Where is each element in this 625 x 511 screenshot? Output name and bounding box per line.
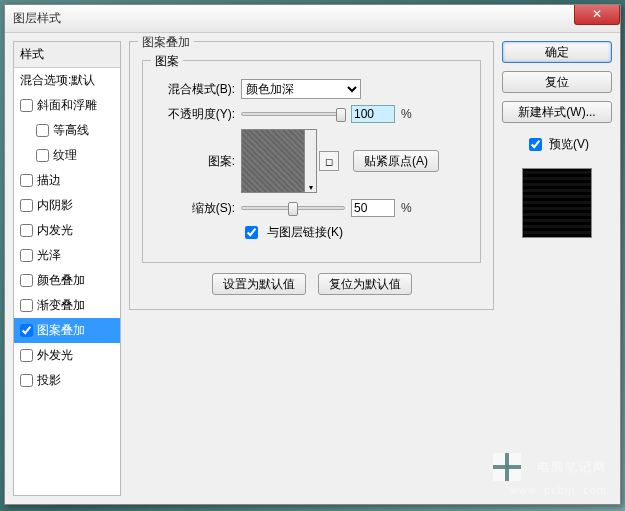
style-label: 斜面和浮雕 — [37, 97, 97, 114]
reset-default-button[interactable]: 复位为默认值 — [318, 273, 412, 295]
style-item-2[interactable]: 纹理 — [14, 143, 120, 168]
style-checkbox[interactable] — [20, 349, 33, 362]
style-item-6[interactable]: 光泽 — [14, 243, 120, 268]
pattern-legend: 图案 — [151, 53, 183, 70]
styles-header: 样式 — [14, 42, 120, 68]
style-item-0[interactable]: 斜面和浮雕 — [14, 93, 120, 118]
style-checkbox[interactable] — [20, 249, 33, 262]
ok-button[interactable]: 确定 — [502, 41, 612, 63]
style-label: 渐变叠加 — [37, 297, 85, 314]
blend-mode-label: 混合模式(B): — [155, 81, 235, 98]
preview-thumbnail — [522, 168, 592, 238]
style-item-10[interactable]: 外发光 — [14, 343, 120, 368]
preview-label: 预览(V) — [549, 136, 589, 153]
pattern-overlay-group: 图案叠加 图案 混合模式(B): 颜色加深 不透明度(Y): — [129, 41, 494, 310]
style-checkbox[interactable] — [20, 174, 33, 187]
style-item-8[interactable]: 渐变叠加 — [14, 293, 120, 318]
style-label: 投影 — [37, 372, 61, 389]
link-with-layer-checkbox[interactable] — [245, 226, 258, 239]
set-default-button[interactable]: 设置为默认值 — [212, 273, 306, 295]
close-button[interactable]: ✕ — [574, 5, 620, 25]
style-item-3[interactable]: 描边 — [14, 168, 120, 193]
snap-origin-button[interactable]: 贴紧原点(A) — [353, 150, 439, 172]
style-label: 内阴影 — [37, 197, 73, 214]
style-label: 外发光 — [37, 347, 73, 364]
titlebar[interactable]: 图层样式 ✕ — [5, 5, 620, 33]
style-item-4[interactable]: 内阴影 — [14, 193, 120, 218]
reset-button[interactable]: 复位 — [502, 71, 612, 93]
pattern-label: 图案: — [155, 129, 235, 170]
opacity-slider[interactable] — [241, 112, 345, 116]
scale-label: 缩放(S): — [155, 200, 235, 217]
style-label: 纹理 — [53, 147, 77, 164]
style-checkbox[interactable] — [36, 124, 49, 137]
blend-mode-select[interactable]: 颜色加深 — [241, 79, 361, 99]
opacity-slider-thumb[interactable] — [336, 108, 346, 122]
style-checkbox[interactable] — [20, 199, 33, 212]
style-checkbox[interactable] — [20, 99, 33, 112]
scale-pct: % — [401, 201, 412, 215]
style-label: 等高线 — [53, 122, 89, 139]
style-checkbox[interactable] — [20, 224, 33, 237]
new-preset-icon[interactable]: ◻ — [319, 151, 339, 171]
style-label: 内发光 — [37, 222, 73, 239]
dialog-content: 样式 混合选项:默认 斜面和浮雕等高线纹理描边内阴影内发光光泽颜色叠加渐变叠加图… — [5, 33, 620, 504]
scale-slider[interactable] — [241, 206, 345, 210]
style-label: 光泽 — [37, 247, 61, 264]
blend-options-label: 混合选项:默认 — [20, 72, 95, 89]
style-checkbox[interactable] — [20, 374, 33, 387]
styles-list-panel: 样式 混合选项:默认 斜面和浮雕等高线纹理描边内阴影内发光光泽颜色叠加渐变叠加图… — [13, 41, 121, 496]
pattern-group: 图案 混合模式(B): 颜色加深 不透明度(Y): % — [142, 60, 481, 263]
opacity-input[interactable] — [351, 105, 395, 123]
opacity-label: 不透明度(Y): — [155, 106, 235, 123]
group-title: 图案叠加 — [138, 34, 194, 51]
settings-panel: 图案叠加 图案 混合模式(B): 颜色加深 不透明度(Y): — [129, 41, 494, 496]
new-style-button[interactable]: 新建样式(W)... — [502, 101, 612, 123]
style-checkbox[interactable] — [20, 274, 33, 287]
window-title: 图层样式 — [13, 10, 61, 27]
pattern-swatch[interactable] — [241, 129, 305, 193]
scale-input[interactable] — [351, 199, 395, 217]
action-panel: 确定 复位 新建样式(W)... 预览(V) — [502, 41, 612, 496]
style-item-1[interactable]: 等高线 — [14, 118, 120, 143]
preview-checkbox[interactable] — [529, 138, 542, 151]
style-item-5[interactable]: 内发光 — [14, 218, 120, 243]
style-item-9[interactable]: 图案叠加 — [14, 318, 120, 343]
style-checkbox[interactable] — [36, 149, 49, 162]
style-label: 图案叠加 — [37, 322, 85, 339]
style-checkbox[interactable] — [20, 324, 33, 337]
style-checkbox[interactable] — [20, 299, 33, 312]
style-label: 颜色叠加 — [37, 272, 85, 289]
style-item-11[interactable]: 投影 — [14, 368, 120, 393]
pattern-picker-arrow[interactable]: ▾ — [305, 129, 317, 193]
layer-style-dialog: 图层样式 ✕ 样式 混合选项:默认 斜面和浮雕等高线纹理描边内阴影内发光光泽颜色… — [4, 4, 621, 505]
blend-options-item[interactable]: 混合选项:默认 — [14, 68, 120, 93]
scale-slider-thumb[interactable] — [288, 202, 298, 216]
link-with-layer-label: 与图层链接(K) — [267, 224, 343, 241]
style-item-7[interactable]: 颜色叠加 — [14, 268, 120, 293]
opacity-pct: % — [401, 107, 412, 121]
style-label: 描边 — [37, 172, 61, 189]
